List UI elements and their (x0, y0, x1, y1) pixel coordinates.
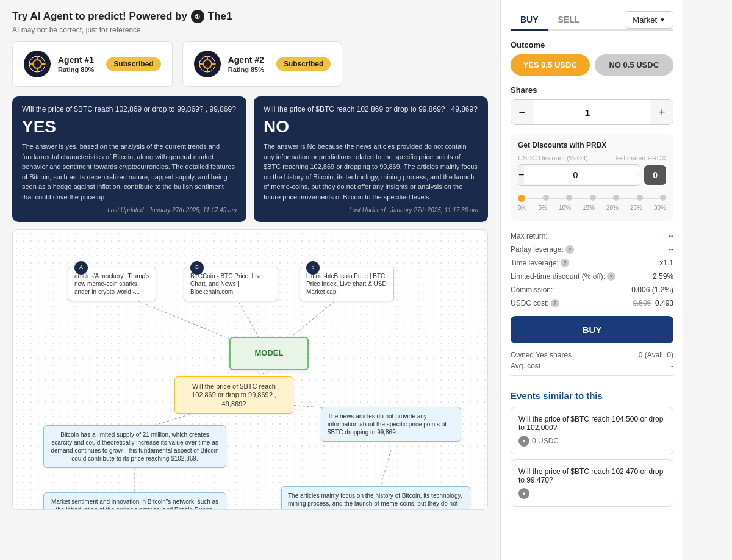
diagram-node-news-articles: The news articles do not provide any inf… (321, 407, 461, 442)
commission-row: Commission: 0.006 (1.2%) (511, 283, 673, 296)
estimated-prdx-value: 0 (644, 165, 666, 185)
slider-20pct[interactable] (613, 195, 619, 201)
outcome-buttons: YES 0.5 USDC NO 0.5 USDC (511, 54, 673, 76)
coin-icon-1: ● (518, 488, 529, 499)
discount-decrease-button[interactable]: − (518, 165, 524, 185)
slider-0pct[interactable] (518, 195, 525, 202)
agent-avatar-2 (194, 51, 221, 77)
diagram-node-market-sentiment: Market sentiment and innovation in Bitco… (43, 492, 226, 510)
stats-section: Max return: -- Parlay leverage: ? -- Tim… (511, 229, 673, 310)
sidebar-tabs: BUY SELL Market ▼ (511, 10, 673, 31)
usdc-cost-value: 0.506 0.493 (633, 299, 673, 307)
chevron-down-icon: ▼ (659, 16, 666, 23)
usdc-cost-info-icon[interactable]: ? (551, 299, 559, 307)
market-dropdown[interactable]: Market ▼ (625, 11, 673, 29)
owned-shares-label: Owned Yes shares (511, 351, 572, 359)
pct-label-10: 10% (559, 204, 571, 211)
event-card-1[interactable]: Will the price of $BTC reach 102,470 or … (511, 459, 673, 507)
yes-answer-card: Will the price of $BTC reach 102,869 or … (12, 96, 246, 222)
answer-cards-row: Will the price of $BTC reach 102,869 or … (12, 96, 488, 222)
shares-increase-button[interactable]: + (651, 100, 673, 124)
discount-input-box: − % + (518, 164, 640, 186)
event-card-1-usdc: ● (518, 488, 666, 499)
agent-card-1[interactable]: Agent #1 Rating 80% Subscribed (12, 41, 173, 87)
max-return-label: Max return: (511, 232, 548, 240)
sidebar: BUY SELL Market ▼ Outcome YES 0.5 USDC N… (500, 0, 683, 560)
pct-label-15: 15% (583, 204, 595, 211)
yes-card-question: Will the price of $BTC reach 102,869 or … (22, 105, 237, 113)
avg-cost-value: - (671, 362, 673, 370)
tab-sell[interactable]: SELL (548, 10, 590, 31)
time-leverage-info-icon[interactable]: ? (561, 259, 569, 267)
avg-cost-label: Avg. cost (511, 362, 540, 370)
events-similar-section: Events similar to this Will the price of… (511, 390, 673, 507)
slider-30pct[interactable] (660, 195, 666, 201)
yes-card-verdict: YES (22, 117, 237, 137)
ltd-info-icon[interactable]: ? (607, 272, 615, 281)
parlay-leverage-label: Parlay leverage: ? (511, 245, 574, 254)
slider-15pct[interactable] (590, 195, 596, 201)
usdc-cost-row: USDC cost: ? 0.506 0.493 (511, 296, 673, 310)
event-card-0-text: Will the price of $BTC reach 104,500 or … (518, 415, 666, 432)
discount-title: Get Discounts with PRDX (518, 141, 666, 149)
market-dropdown-label: Market (633, 15, 657, 24)
articles-node-icon: A (74, 261, 88, 275)
agent-1-subscribed-badge: Subscribed (106, 57, 160, 71)
the1-logo: ① (191, 10, 204, 23)
discount-input-row: − % + 0 (518, 164, 666, 186)
parlay-leverage-row: Parlay leverage: ? -- (511, 243, 673, 256)
event-card-0[interactable]: Will the price of $BTC reach 104,500 or … (511, 407, 673, 454)
yes-card-updated: Last Updated : January 27th 2025, 11:17:… (22, 207, 237, 214)
owned-shares-row: Owned Yes shares 0 (Avail. 0) (511, 351, 673, 359)
usdc-cost-strikethrough: 0.506 (633, 299, 651, 307)
agent-card-2[interactable]: Agent #2 Rating 85% Subscribed (182, 41, 343, 87)
coin-icon-0: ● (518, 436, 529, 447)
bitcoin-btc-node-icon: b (306, 261, 320, 275)
commission-label: Commission: (511, 285, 553, 294)
page-header: Try AI Agent to predict! Powered by ① Th… (12, 10, 488, 34)
slider-5pct[interactable] (543, 195, 549, 201)
pct-label-30: 30% (654, 204, 666, 211)
agent-2-name: Agent #2 (228, 55, 264, 65)
brand-name: The1 (208, 10, 232, 23)
limited-time-discount-row: Limited-time discount (% off): ? 2.59% (511, 270, 673, 283)
no-card-verdict: NO (264, 117, 478, 137)
parlay-leverage-value: -- (669, 245, 673, 254)
shares-decrease-button[interactable]: − (511, 100, 533, 124)
yes-outcome-button[interactable]: YES 0.5 USDC (511, 54, 590, 76)
parlay-info-icon[interactable]: ? (565, 245, 574, 254)
header-title-text: Try AI Agent to predict! Powered by (12, 10, 187, 23)
divider (511, 375, 673, 376)
limited-time-discount-label: Limited-time discount (% off): ? (511, 272, 615, 281)
agent-2-rating: Rating 85% (228, 66, 264, 73)
estimated-prdx-col-label: Estimated PRDX (615, 154, 666, 162)
event-card-0-usdc: ● 0 USDC (518, 436, 666, 447)
diagram-node-articles: A articles'A mockery': Trump's new meme-… (68, 267, 156, 301)
agent-1-name: Agent #1 (58, 55, 94, 65)
pct-label-20: 20% (606, 204, 619, 211)
tab-buy[interactable]: BUY (511, 10, 548, 31)
pct-label-25: 25% (630, 204, 642, 211)
owned-shares-value: 0 (Avail. 0) (639, 351, 673, 359)
no-card-body: The answer is No because the news articl… (264, 142, 478, 202)
network-diagram: A articles'A mockery': Trump's new meme-… (12, 229, 488, 510)
no-outcome-button[interactable]: NO 0.5 USDC (595, 54, 674, 76)
diagram-node-question: Will the price of $BTC reach 102,869 or … (174, 376, 293, 414)
discount-value-input[interactable] (524, 167, 636, 184)
agent-1-rating: Rating 80% (58, 66, 94, 73)
time-leverage-row: Time leverage: ? x1.1 (511, 256, 673, 270)
buy-button[interactable]: BUY (511, 316, 673, 343)
diagram-node-bitcoin-supply: Bitcoin has a limited supply of 21 milli… (43, 425, 226, 468)
outcome-label: Outcome (511, 40, 673, 49)
shares-input[interactable] (533, 107, 651, 118)
discount-pct-symbol: % (636, 167, 640, 184)
slider-25pct[interactable] (637, 195, 643, 201)
max-return-value: -- (669, 232, 673, 240)
no-answer-card: Will the price of $BTC reach 102,869 or … (254, 96, 488, 222)
events-similar-title: Events similar to this (511, 390, 673, 401)
slider-10pct[interactable] (566, 195, 572, 201)
time-leverage-label: Time leverage: ? (511, 259, 569, 267)
yes-card-body: The answer is yes, based on the analysis… (22, 142, 237, 202)
agent-2-subscribed-badge: Subscribed (276, 57, 331, 71)
shares-input-row: − + (511, 99, 673, 125)
